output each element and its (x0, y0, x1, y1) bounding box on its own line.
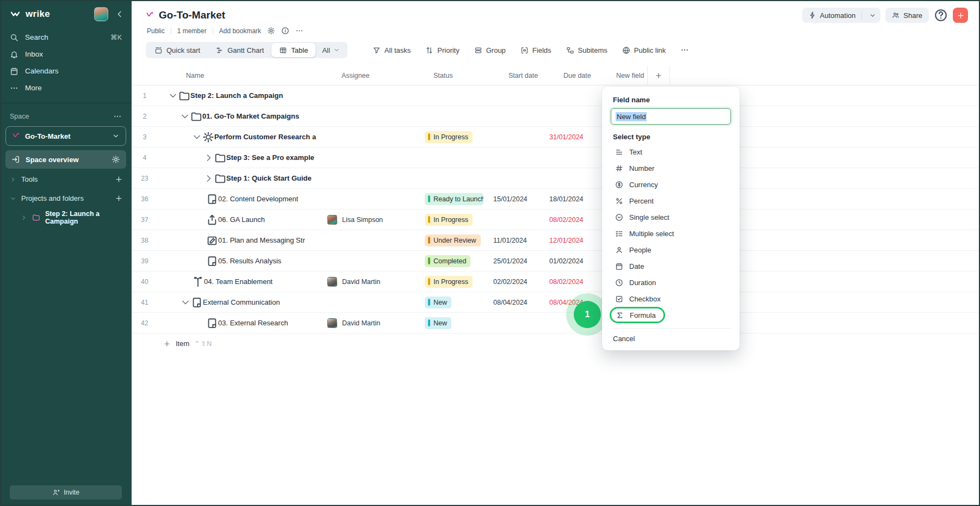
more-options-icon[interactable] (295, 27, 303, 35)
space-selector[interactable]: Go-To-Market (5, 126, 126, 146)
task-name-cell[interactable]: External Communication (158, 297, 326, 308)
expand-chevron-icon[interactable] (191, 132, 202, 143)
table-row[interactable]: 39 05. Results Analysis Completed 25/01/… (132, 251, 980, 271)
info-icon[interactable] (281, 27, 289, 35)
status-cell[interactable]: In Progress (421, 131, 492, 143)
field-type-option[interactable]: Checkbox (611, 291, 731, 307)
task-name-cell[interactable]: 01. Go-To Market Campaigns (158, 110, 326, 122)
sidebar-nav-item[interactable]: More (0, 79, 132, 96)
column-header-name[interactable]: Name (158, 72, 326, 79)
chevron-down-icon[interactable] (869, 12, 876, 19)
task-name-cell[interactable]: Step 2: Launch a Campaign (158, 90, 326, 102)
add-tool-icon[interactable] (115, 175, 123, 183)
add-item-row[interactable]: Item ⌃⇧N (132, 334, 980, 348)
sidebar-item-space-overview[interactable]: Space overview (5, 150, 126, 169)
expand-chevron-icon[interactable] (179, 111, 190, 122)
task-name-cell[interactable]: 02. Content Development (158, 193, 326, 205)
field-type-option[interactable]: Currency (611, 176, 731, 193)
due-date-cell[interactable]: 12/01/2024 (544, 237, 601, 244)
task-name-cell[interactable]: 05. Results Analysis (158, 255, 326, 267)
view-tab[interactable]: Table (271, 43, 315, 57)
due-date-cell[interactable]: 08/02/2024 (544, 278, 601, 286)
column-header-start-date[interactable]: Start date (492, 72, 544, 79)
gear-icon[interactable] (111, 155, 120, 164)
table-row[interactable]: 37 06. GA Launch Lisa Simpson In Progres… (132, 209, 980, 230)
field-type-option[interactable]: Text (611, 144, 731, 160)
assignee-cell[interactable]: Lisa Simpson (326, 215, 421, 225)
table-row[interactable]: 4 Step 3: See a Pro example (132, 147, 980, 168)
table-row[interactable]: 2 01. Go-To Market Campaigns (132, 106, 980, 127)
field-type-option[interactable]: Single select (611, 209, 731, 225)
user-avatar[interactable] (94, 7, 108, 21)
field-type-option[interactable]: Formula (610, 307, 665, 323)
start-date-cell[interactable]: 02/02/2024 (492, 278, 544, 286)
column-header-new-field[interactable]: New field (601, 72, 647, 79)
task-name-cell[interactable]: 06. GA Launch (158, 214, 326, 226)
toolbar-control[interactable]: Priority (425, 46, 459, 54)
expand-chevron-icon[interactable] (203, 173, 214, 184)
toolbar-control[interactable]: Group (474, 46, 506, 54)
sidebar-item-projects-folders[interactable]: Projects and folders (0, 189, 132, 208)
view-tab[interactable]: Gantt Chart (208, 42, 271, 58)
gear-icon[interactable] (267, 27, 275, 35)
add-column-button[interactable] (647, 66, 670, 85)
toolbar-control[interactable]: Fields (520, 46, 551, 54)
sidebar-nav-item[interactable]: Calendars (0, 63, 132, 79)
start-date-cell[interactable]: 08/04/2024 (492, 299, 544, 306)
task-name-cell[interactable]: 01. Plan and Messaging Str (158, 235, 326, 246)
task-name-cell[interactable]: Step 3: See a Pro example (158, 152, 326, 164)
toolbar-control[interactable]: All tasks (373, 46, 411, 54)
table-row[interactable]: 23 Step 1: Quick Start Guide (132, 168, 980, 189)
start-date-cell[interactable]: 11/01/2024 (492, 237, 544, 244)
expand-chevron-icon[interactable] (180, 297, 191, 308)
collapse-sidebar-icon[interactable] (115, 10, 124, 18)
assignee-cell[interactable]: David Martin (326, 277, 421, 287)
sidebar-nav-item[interactable]: Inbox (0, 46, 132, 63)
invite-button[interactable]: Invite (10, 485, 122, 499)
status-cell[interactable]: New (421, 317, 492, 329)
task-name-cell[interactable]: Perform Customer Research a (158, 131, 326, 143)
status-cell[interactable]: In Progress (421, 276, 492, 288)
members-label[interactable]: 1 member (177, 27, 207, 35)
table-row[interactable]: 38 01. Plan and Messaging Str Under Revi… (132, 230, 980, 251)
view-tab[interactable]: Quick start (147, 42, 208, 58)
add-bookmark-link[interactable]: Add bookmark (219, 27, 261, 35)
table-row[interactable]: 3 Perform Customer Research a In Progres… (132, 127, 980, 147)
more-controls-icon[interactable] (680, 46, 689, 54)
assignee-cell[interactable]: David Martin (326, 318, 421, 328)
task-name-cell[interactable]: 03. External Research (158, 317, 326, 329)
field-type-option[interactable]: People (611, 242, 731, 258)
table-row[interactable]: 41 External Communication New 08/04/2024… (132, 292, 980, 313)
expand-chevron-icon[interactable] (168, 90, 178, 101)
due-date-cell[interactable]: 31/01/2024 (544, 133, 601, 141)
status-cell[interactable]: Under Review (421, 235, 492, 246)
sidebar-item-step2-campaign[interactable]: Step 2: Launch a Campaign (0, 208, 132, 227)
due-date-cell[interactable]: 18/01/2024 (544, 195, 601, 203)
sidebar-item-tools[interactable]: Tools (0, 170, 132, 189)
due-date-cell[interactable]: 01/02/2024 (544, 257, 601, 265)
toolbar-control[interactable]: Subitems (566, 46, 607, 54)
task-name-cell[interactable]: Step 1: Quick Start Guide (158, 172, 326, 184)
table-row[interactable]: 36 02. Content Development Ready to Laun… (132, 189, 980, 209)
field-name-input[interactable]: New field (611, 108, 731, 125)
automation-button[interactable]: Automation (802, 8, 881, 23)
status-cell[interactable]: Completed (421, 255, 492, 267)
create-button[interactable] (953, 8, 968, 23)
status-cell[interactable]: In Progress (421, 214, 492, 226)
start-date-cell[interactable]: 25/01/2024 (492, 257, 544, 265)
toolbar-control[interactable]: Public link (622, 46, 666, 54)
share-button[interactable]: Share (885, 8, 929, 23)
field-type-option[interactable]: Percent (611, 193, 731, 209)
column-header-due-date[interactable]: Due date (544, 72, 601, 79)
visibility-label[interactable]: Public (147, 27, 165, 35)
due-date-cell[interactable]: 08/02/2024 (544, 216, 601, 224)
field-type-option[interactable]: Number (611, 160, 731, 176)
column-header-assignee[interactable]: Assignee (326, 72, 421, 79)
table-row[interactable]: 1 Step 2: Launch a Campaign (132, 85, 980, 106)
cancel-button[interactable]: Cancel (611, 329, 731, 344)
help-button[interactable] (934, 8, 948, 22)
sidebar-nav-item[interactable]: Search ⌘K (0, 29, 132, 46)
status-cell[interactable]: Ready to Launch (421, 193, 492, 205)
start-date-cell[interactable]: 15/01/2024 (492, 195, 544, 203)
status-cell[interactable]: New (421, 297, 492, 308)
